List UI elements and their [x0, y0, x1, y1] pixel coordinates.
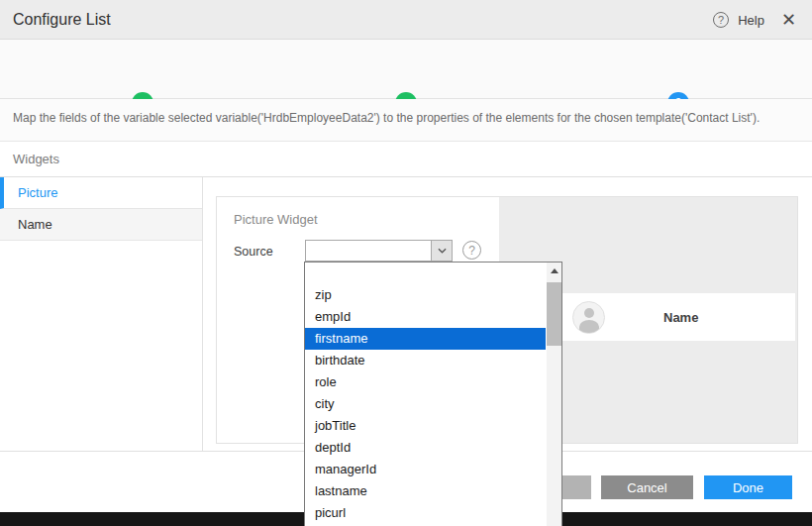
dropdown-option[interactable]: lastname: [305, 480, 546, 502]
description-text: Map the fields of the variable selected …: [13, 111, 760, 125]
wizard-stepper: Data Template 3 Bind Fields: [0, 40, 812, 99]
sidebar-item-picture[interactable]: Picture: [0, 177, 202, 209]
sidebar-item-label: Name: [18, 217, 52, 232]
dialog-header: Configure List ? Help ✕: [0, 0, 812, 40]
source-label: Source: [234, 245, 273, 259]
dropdown-option[interactable]: deptId: [305, 437, 546, 459]
dropdown-option[interactable]: jobTitle: [305, 415, 546, 437]
widgets-sidebar: Picture Name: [0, 177, 203, 451]
person-avatar-icon: [572, 301, 605, 334]
sidebar-item-label: Picture: [18, 185, 57, 200]
done-button[interactable]: Done: [704, 475, 792, 499]
dropdown-scrollbar[interactable]: [547, 263, 561, 526]
panel-title: Picture Widget: [234, 212, 318, 227]
help-icon[interactable]: ?: [713, 12, 729, 28]
dropdown-option[interactable]: empId: [305, 306, 546, 328]
dropdown-option-selected[interactable]: firstname: [305, 328, 546, 350]
source-dropdown-list: zip empId firstname birthdate role city …: [304, 262, 562, 526]
dropdown-option[interactable]: zip: [305, 284, 546, 306]
scrollbar-up-icon[interactable]: [547, 263, 561, 278]
preview-name-label: Name: [663, 310, 698, 325]
dropdown-option[interactable]: managerId: [305, 459, 546, 480]
page-title: Configure List: [13, 11, 111, 29]
source-help-icon[interactable]: ?: [462, 241, 481, 260]
configure-list-dialog: Configure List ? Help ✕ Data Template 3 …: [0, 0, 812, 526]
chevron-down-icon[interactable]: [431, 241, 452, 261]
dropdown-option[interactable]: birthdate: [305, 350, 546, 371]
sidebar-item-name[interactable]: Name: [0, 209, 202, 241]
widgets-header: Widgets: [0, 142, 812, 177]
dropdown-option-blank[interactable]: [305, 263, 546, 284]
description-bar: Map the fields of the variable selected …: [0, 99, 812, 142]
dropdown-option[interactable]: picurl: [305, 502, 546, 524]
scrollbar-thumb[interactable]: [547, 282, 561, 346]
close-icon[interactable]: ✕: [781, 12, 796, 28]
help-link[interactable]: Help: [738, 13, 764, 28]
widgets-title: Widgets: [13, 152, 59, 166]
source-select[interactable]: [305, 240, 453, 262]
dropdown-option[interactable]: role: [305, 371, 546, 393]
cancel-button[interactable]: Cancel: [601, 475, 693, 499]
dropdown-option[interactable]: city: [305, 393, 546, 415]
